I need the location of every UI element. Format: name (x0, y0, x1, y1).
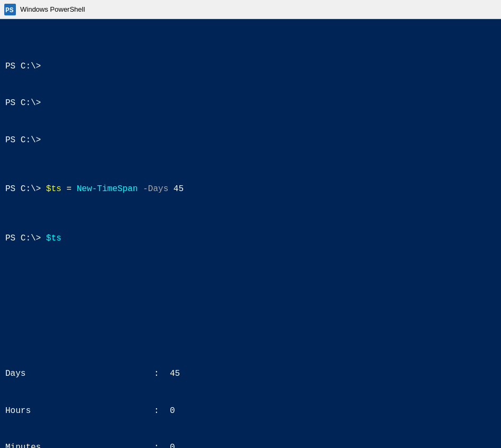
output-days: Days:45 (5, 368, 496, 380)
svg-text:PS: PS (5, 6, 14, 14)
console-line-command2: PS C:\> $ts (5, 232, 496, 245)
console-line-command1: PS C:\> $ts = New-TimeSpan -Days 45 (5, 183, 496, 195)
blank-line (5, 282, 496, 294)
console-line: PS C:\> (5, 134, 496, 147)
window: PS Windows PowerShell PS C:\> PS C:\> PS… (0, 0, 501, 448)
console-area[interactable]: PS C:\> PS C:\> PS C:\> PS C:\> $ts = Ne… (0, 19, 501, 448)
blank-line (5, 319, 496, 331)
console-line: PS C:\> (5, 61, 496, 73)
title-bar-text: Windows PowerShell (20, 5, 85, 13)
console-line: PS C:\> (5, 97, 496, 109)
title-bar: PS Windows PowerShell (0, 0, 501, 19)
output-hours: Hours:0 (5, 405, 496, 417)
powershell-icon: PS (4, 4, 16, 15)
output-minutes: Minutes:0 (5, 442, 496, 448)
